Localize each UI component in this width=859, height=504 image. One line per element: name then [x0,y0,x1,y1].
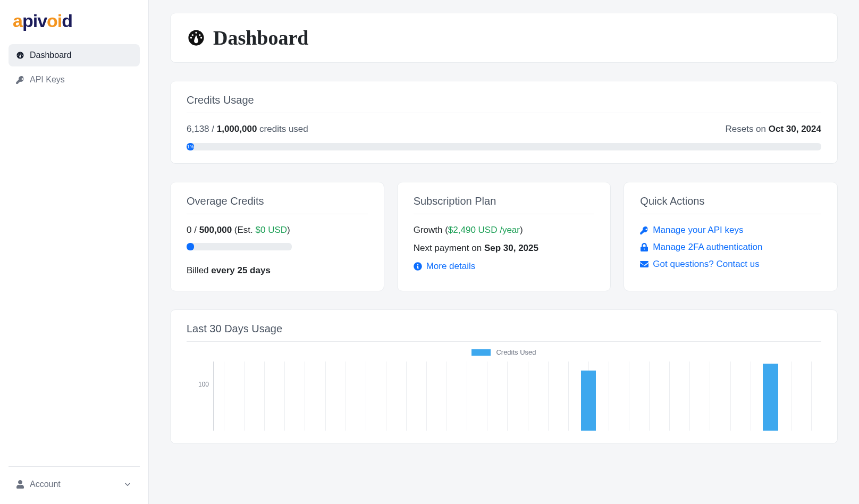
gauge-icon [187,28,206,47]
page-title: Dashboard [213,26,309,49]
lock-icon [640,243,649,251]
credits-progress: 1% [187,143,821,150]
sidebar-nav: Dashboard API Keys [9,44,140,91]
subscription-title: Subscription Plan [414,195,595,214]
credits-reset-text: Resets on Oct 30, 2024 [725,124,821,135]
key-icon [16,75,24,84]
quick-action-api-keys[interactable]: Manage your API keys [653,225,743,236]
chart-bar [763,364,778,431]
sidebar-item-dashboard[interactable]: Dashboard [9,44,140,66]
user-icon [16,480,24,489]
overage-title: Overage Credits [187,195,368,214]
overage-progress-fill [187,243,194,250]
subscription-more-details-link[interactable]: More details [426,261,476,272]
legend-label: Credits Used [496,348,536,356]
quick-action-2fa[interactable]: Manage 2FA authentication [653,242,762,253]
overage-card: Overage Credits 0 / 500,000 (Est. $0 USD… [170,182,384,291]
usage-chart-title: Last 30 Days Usage [187,323,821,342]
chart-plot-area: 100 [187,362,821,431]
quick-actions-card: Quick Actions Manage your API keys Manag… [624,182,838,291]
y-tick-100: 100 [198,381,209,388]
subscription-card: Subscription Plan Growth ($2,490 USD /ye… [397,182,611,291]
main-content: Dashboard Credits Usage 6,138 / 1,000,00… [149,0,859,504]
brand-logo: apivoid [9,9,140,44]
subscription-next-payment: Next payment on Sep 30, 2025 [414,243,595,254]
chart-bar [581,371,596,431]
credits-usage-title: Credits Usage [187,94,821,113]
subscription-plan-text: Growth ($2,490 USD /year) [414,225,595,236]
usage-chart-card: Last 30 Days Usage Credits Used 100 [170,309,838,444]
sidebar-item-label: Dashboard [30,51,71,60]
sidebar: apivoid Dashboard API Keys Account [0,0,149,504]
credits-usage-card: Credits Usage 6,138 / 1,000,000 credits … [170,81,838,164]
quick-actions-title: Quick Actions [640,195,821,214]
sidebar-item-api-keys[interactable]: API Keys [9,69,140,91]
gauge-icon [16,51,24,60]
info-icon [414,262,422,271]
legend-swatch [471,349,491,356]
sidebar-item-label: API Keys [30,75,65,85]
overage-progress [187,243,292,250]
chevron-down-icon [123,480,132,489]
overage-used-text: 0 / 500,000 (Est. $0 USD) [187,225,368,236]
credits-used-text: 6,138 / 1,000,000 credits used [187,124,308,135]
credits-progress-fill: 1% [187,143,194,150]
sidebar-account-toggle[interactable]: Account [9,473,140,495]
quick-action-contact[interactable]: Got questions? Contact us [653,259,759,270]
chart-legend: Credits Used [187,348,821,356]
account-label: Account [30,480,61,489]
overage-billed-text: Billed every 25 days [187,265,368,276]
page-title-card: Dashboard [170,13,838,63]
envelope-icon [640,260,649,268]
key-icon [640,226,649,234]
